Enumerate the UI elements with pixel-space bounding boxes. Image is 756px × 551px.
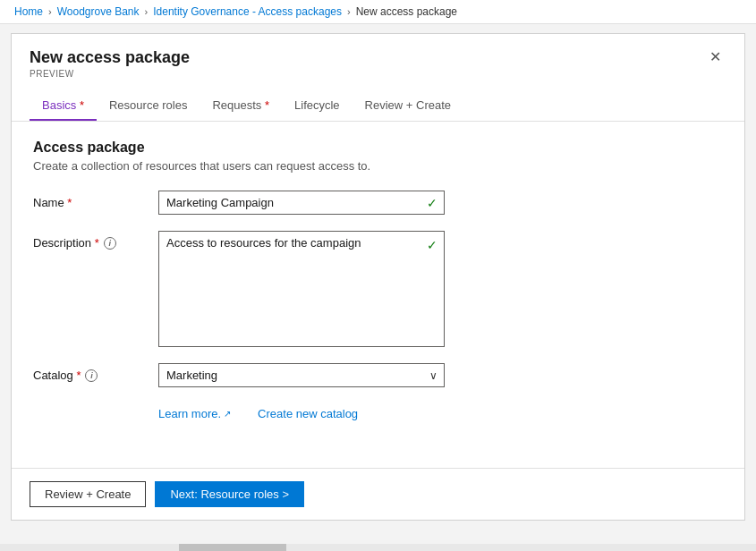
panel-title-group: New access package PREVIEW [30,48,190,79]
learn-more-link[interactable]: Learn more. ↗ [158,407,231,420]
scrollbar-thumb[interactable] [179,544,286,551]
close-button[interactable]: ✕ [704,47,726,67]
section-title: Access package [33,140,723,156]
description-control: Access to resources for the campaign ✓ [158,231,445,347]
links-row: Learn more. ↗ Create new catalog [33,403,723,420]
name-input[interactable] [158,191,445,215]
panel-header: New access package PREVIEW ✕ Basics * Re… [12,34,744,122]
tab-requests[interactable]: Requests * [200,91,282,121]
name-input-wrapper: ✓ [158,191,445,215]
tab-resource-roles[interactable]: Resource roles [97,91,200,121]
name-label: Name * [33,191,158,209]
catalog-control: Marketing General IT HR ∨ [158,363,445,387]
name-field-row: Name * ✓ [33,191,723,215]
description-field-row: Description * i Access to resources for … [33,231,723,347]
catalog-select-wrapper: Marketing General IT HR ∨ [158,363,445,387]
panel-body: Access package Create a collection of re… [12,122,744,468]
panel-preview-badge: PREVIEW [30,69,190,79]
breadcrumb-identity-governance[interactable]: Identity Governance - Access packages [153,5,342,18]
description-check-icon: ✓ [427,238,437,252]
tab-lifecycle[interactable]: Lifecycle [282,91,353,121]
description-input[interactable]: Access to resources for the campaign [158,231,445,347]
panel-title-row: New access package PREVIEW ✕ [30,48,726,79]
breadcrumb-home[interactable]: Home [14,5,43,18]
new-access-package-panel: New access package PREVIEW ✕ Basics * Re… [11,33,745,521]
links-container: Learn more. ↗ Create new catalog [158,407,358,420]
tabs-container: Basics * Resource roles Requests * Lifec… [30,91,726,121]
breadcrumb-sep-3: › [347,6,351,17]
section-subtitle: Create a collection of resources that us… [33,159,723,173]
breadcrumb-current: New access package [356,5,457,18]
description-info-icon[interactable]: i [104,237,116,250]
links-label-spacer [33,403,158,409]
panel-footer: Review + Create Next: Resource roles > [12,468,744,520]
requests-required-star: * [265,98,269,112]
tab-basics[interactable]: Basics * [30,91,97,121]
breadcrumb: Home › Woodgrove Bank › Identity Governa… [0,0,756,24]
catalog-label: Catalog * i [33,363,158,382]
breadcrumb-bank[interactable]: Woodgrove Bank [57,5,140,18]
create-new-catalog-link[interactable]: Create new catalog [258,407,358,420]
tab-review-create[interactable]: Review + Create [353,91,463,121]
description-input-wrapper: Access to resources for the campaign ✓ [158,231,445,347]
catalog-info-icon[interactable]: i [85,369,98,382]
review-create-button[interactable]: Review + Create [30,481,146,507]
learn-more-ext-icon: ↗ [224,409,231,419]
name-check-icon: ✓ [427,196,437,210]
catalog-select[interactable]: Marketing General IT HR [158,363,445,387]
breadcrumb-sep-2: › [145,6,149,17]
catalog-field-row: Catalog * i Marketing General IT HR ∨ [33,363,723,387]
next-resource-roles-button[interactable]: Next: Resource roles > [155,481,304,507]
horizontal-scrollbar[interactable] [0,544,756,551]
name-control: ✓ [158,191,445,215]
breadcrumb-sep-1: › [48,6,52,17]
basics-required-star: * [80,98,84,112]
description-label: Description * i [33,231,158,250]
panel-title: New access package [30,48,190,67]
